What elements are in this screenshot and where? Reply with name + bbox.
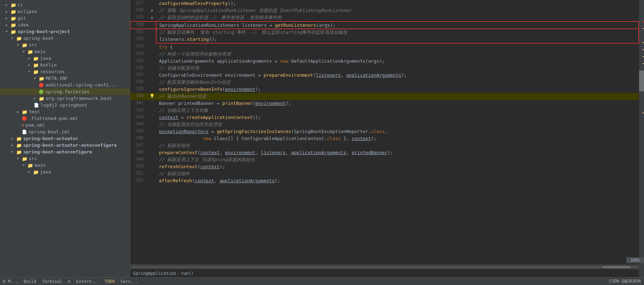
arrow-icon-org: ▶ <box>34 96 39 100</box>
sidebar-item-spring-factories[interactable]: 🟢 spring.factories <box>0 88 130 95</box>
sidebar-item-additional[interactable]: 🔴 additional-spring-confi... <box>0 82 130 88</box>
table-row: 330 SpringApplicationRunListeners listen… <box>130 21 639 29</box>
folder-icon-org: 📁 <box>39 96 44 101</box>
right-indicators: 100% <box>639 0 644 277</box>
sidebar-item-org-spring[interactable]: ▶ 📁 org.springframework.boot <box>0 95 130 102</box>
sidebar-label-flattened: .flattened-pom.xml <box>28 116 78 121</box>
line-code-336: // 创建并配置环境 <box>156 65 639 72</box>
arrow-icon-src2: ▼ <box>17 157 22 160</box>
gutter-339 <box>148 86 156 93</box>
table-row: 347 // 刷新前操作 <box>130 142 639 149</box>
line-code-351: // 刷新后操作 <box>156 170 639 177</box>
status-extern[interactable]: Extern... <box>76 279 99 284</box>
table-row: 327 configureHeadlessProperty(); <box>130 0 639 7</box>
table-row: 333 try { <box>130 43 639 51</box>
sidebar-item-eclipse[interactable]: ▶ 📁 eclipse <box>0 8 130 15</box>
sidebar-item-log4j2[interactable]: 📄 log4j2.springboot <box>0 102 130 108</box>
file-icon-additional: 🔴 <box>39 83 44 88</box>
status-e[interactable]: e <box>68 279 70 284</box>
scrollbar-thumb[interactable] <box>602 266 631 268</box>
arrow-icon-actuator-auto: ▶ <box>11 143 16 147</box>
arrow-icon-main2: ▼ <box>23 163 27 167</box>
sidebar-label-java: java <box>40 56 51 61</box>
line-code-346: new Class[] { ConfigurableApplicationCon… <box>156 135 639 142</box>
bulb-icon-340[interactable]: 💡 <box>149 94 155 99</box>
sidebar-item-spring-boot-project[interactable]: ▼ 📁 spring-boot-project <box>0 28 130 35</box>
sidebar-item-kotlin[interactable]: ▶ 📁 kotlin <box>0 62 130 68</box>
status-0-m[interactable]: 0 M... <box>3 279 18 284</box>
folder-icon-main: 📁 <box>27 49 33 54</box>
gutter-328: ◆ <box>148 7 156 14</box>
breadcrumb-spring-application[interactable]: SpringApplication <box>133 271 176 276</box>
sidebar-item-git[interactable]: ▶ 📁 git <box>0 15 130 21</box>
line-number: 343 <box>130 114 148 121</box>
sidebar-item-idea[interactable]: ▶ 📁 idea <box>0 21 130 28</box>
bottom-left: 0 M... Build Terminal e Extern... TODO S… <box>3 279 138 284</box>
sidebar-label-src: src <box>29 42 37 48</box>
status-todo[interactable]: TODO <box>105 279 115 284</box>
file-icon-iml: 📄 <box>22 129 27 134</box>
folder-icon-java2: 📁 <box>33 170 39 175</box>
main-container: ▶ 📁 ci ▶ 📁 eclipse ▶ 📁 git ▶ 📁 idea ▼ 📁 … <box>0 0 644 277</box>
line-code-350: refreshContext(context); <box>156 163 639 170</box>
status-terminal[interactable]: Terminal <box>42 279 62 284</box>
sidebar-label-eclipse: eclipse <box>18 9 37 14</box>
sidebar-label-sb: spring-boot <box>23 36 53 41</box>
sidebar-item-main[interactable]: ▼ 📁 main <box>0 48 130 55</box>
sidebar[interactable]: ▶ 📁 ci ▶ 📁 eclipse ▶ 📁 git ▶ 📁 idea ▼ 📁 … <box>0 0 130 277</box>
sidebar-item-main2[interactable]: ▼ 📁 main <box>0 162 130 169</box>
arrow-icon-idea: ▶ <box>6 23 11 27</box>
horizontal-scrollbar[interactable] <box>130 265 639 269</box>
sidebar-item-ci[interactable]: ▶ 📁 ci <box>0 1 130 8</box>
breadcrumb-run[interactable]: run() <box>181 271 193 276</box>
folder-icon-eclipse: 📁 <box>11 9 16 14</box>
line-number: 350 <box>130 163 148 170</box>
line-number: 330 <box>130 21 148 29</box>
sidebar-item-test[interactable]: ▶ 📁 test <box>0 108 130 115</box>
sidebar-item-resources[interactable]: ▼ 📁 resources <box>0 68 130 75</box>
line-number: 332 <box>130 36 148 43</box>
vertical-scroll-thumb[interactable] <box>639 70 644 91</box>
folder-icon-autoconfigure: 📁 <box>16 150 22 154</box>
breadcrumb-sep: › <box>177 271 180 276</box>
line-code-333: try { <box>156 43 639 51</box>
line-code-342: // 创建应用上下文对象 <box>156 107 639 114</box>
sidebar-item-java2[interactable]: ▶ 📁 java <box>0 169 130 175</box>
code-area[interactable]: 327 configureHeadlessProperty(); 328 ◆ /… <box>130 0 639 265</box>
line-number: 345 <box>130 128 148 135</box>
sidebar-item-src[interactable]: ▼ 📁 src <box>0 42 130 48</box>
arrow-icon-sbp: ▼ <box>6 30 11 33</box>
sidebar-label-ci: ci <box>18 2 23 7</box>
folder-icon-resources: 📁 <box>33 69 39 74</box>
sidebar-item-pom[interactable]: m pom.xml <box>0 122 130 128</box>
sidebar-item-java[interactable]: ▶ 📁 java <box>0 55 130 62</box>
line-number: 346 <box>130 135 148 142</box>
table-row: 338 // 配置需要忽略的BeanInfo信息 <box>130 79 639 86</box>
table-row: 329 ◆ // 获取启动时的监听器--》 事件发布器 发布相关事件的 <box>130 14 639 21</box>
sidebar-item-metainf[interactable]: ▼ 📁 META-INF <box>0 75 130 82</box>
author-label: CSDN @硕风和炜 <box>609 278 641 284</box>
line-number: 352 <box>130 177 148 184</box>
status-serv[interactable]: Serv... <box>120 279 138 284</box>
sidebar-item-actuator-auto[interactable]: ▶ 📁 spring-boot-actuator-autoconfigure <box>0 142 130 148</box>
sidebar-item-actuator[interactable]: ▶ 📁 spring-boot-actuator <box>0 135 130 142</box>
gutter-335 <box>148 58 156 65</box>
file-icon-factories: 🟢 <box>39 89 44 94</box>
status-build[interactable]: Build <box>24 279 36 284</box>
sidebar-item-autoconfigure[interactable]: ▼ 📁 spring-boot-autoconfigure <box>0 148 130 155</box>
sidebar-item-spring-boot[interactable]: ▼ 📁 spring-boot <box>0 35 130 42</box>
sidebar-item-flattened[interactable]: 🔴 .flattened-pom.xml <box>0 115 130 122</box>
table-row: 351 // 刷新后操作 <box>130 170 639 177</box>
folder-icon-sb: 📁 <box>16 36 22 41</box>
line-number: 337 <box>130 72 148 79</box>
gutter-344 <box>148 121 156 128</box>
file-icon-pom: m <box>22 123 24 128</box>
sidebar-item-src2[interactable]: ▼ 📁 src <box>0 155 130 162</box>
line-code-349: // 刷新应用上下文 完成Spring容器的初始化 <box>156 156 639 163</box>
gutter-350 <box>148 163 156 170</box>
sidebar-item-iml[interactable]: 📄 spring-boot.iml <box>0 128 130 135</box>
scrollbar-track[interactable] <box>132 266 638 268</box>
table-row: 331 // 触发启动事件 发布 starting 事件 --》 那么监听sta… <box>130 29 639 36</box>
folder-icon-sbp: 📁 <box>11 29 16 34</box>
table-row: 339 configureIgnoreBeanInfo(environment)… <box>130 86 639 93</box>
